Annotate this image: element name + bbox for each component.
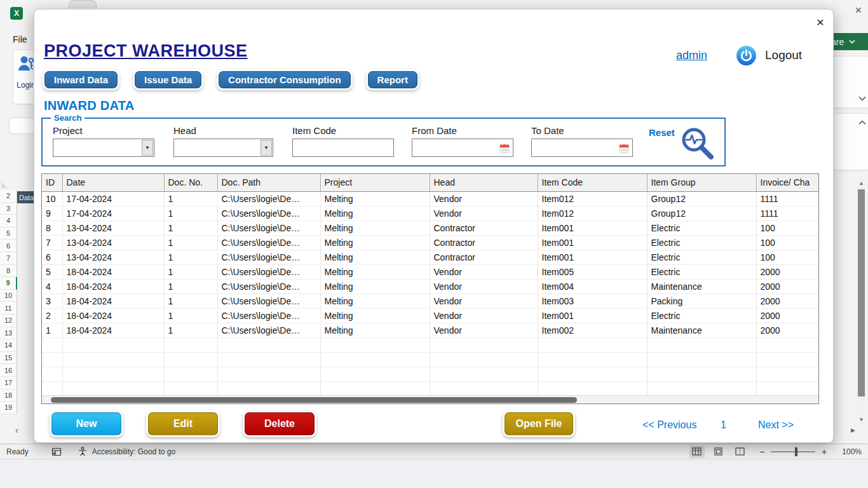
edit-button[interactable]: Edit [148, 412, 218, 435]
table-column-header[interactable]: Doc. No. [164, 174, 217, 191]
excel-row-header[interactable]: 15 [0, 352, 17, 365]
excel-row-header[interactable]: 4 [0, 215, 17, 227]
table-row[interactable]: 613-04-20241C:\Users\logie\De…MeltingCon… [42, 250, 818, 264]
excel-row-header[interactable]: 10 [0, 290, 17, 302]
table-column-header[interactable]: Invoice/ Cha [756, 174, 818, 191]
item-code-input[interactable] [293, 139, 393, 156]
view-page-break-button[interactable] [733, 445, 748, 458]
table-row[interactable]: 713-04-20241C:\Users\logie\De…MeltingCon… [42, 235, 818, 250]
table-column-header[interactable]: ID [42, 174, 62, 191]
scroll-right-icon[interactable]: ▶ [851, 427, 855, 433]
table-row[interactable]: 917-04-20241C:\Users\logie\De…MeltingVen… [42, 206, 818, 220]
excel-close-icon[interactable]: × [855, 4, 862, 17]
to-date-field[interactable] [531, 139, 633, 157]
excel-row-header[interactable]: 11 [0, 302, 17, 315]
table-cell: 1 [164, 308, 217, 323]
table-row[interactable]: 418-04-20241C:\Users\logie\De…MeltingVen… [42, 279, 818, 294]
excel-row-header[interactable]: 13 [0, 327, 17, 340]
table-cell: 3 [42, 294, 62, 308]
table-horizontal-scrollbar[interactable] [42, 395, 818, 403]
tab-contractor-consumption[interactable]: Contractor Consumption [219, 71, 351, 88]
table-row[interactable]: 318-04-20241C:\Users\logie\De…MeltingVen… [42, 294, 818, 308]
file-menu[interactable]: File [13, 34, 27, 44]
table-column-header[interactable]: Date [62, 174, 164, 191]
previous-page-link[interactable]: << Previous [642, 419, 696, 431]
search-magnifier-button[interactable] [678, 124, 716, 165]
dialog-close-icon[interactable]: × [817, 15, 824, 30]
excel-row-header[interactable]: 16 [0, 364, 17, 377]
head-input[interactable] [174, 139, 261, 156]
table-column-header[interactable]: Head [430, 174, 538, 191]
project-input[interactable] [53, 139, 142, 156]
section-title: INWARD DATA [44, 98, 135, 113]
chevron-down-icon[interactable]: ▼ [261, 140, 272, 156]
table-column-header[interactable]: Item Group [647, 174, 756, 191]
excel-row-header[interactable]: 14 [0, 339, 17, 352]
to-date-input[interactable] [532, 139, 619, 156]
chevron-up-icon[interactable] [858, 120, 866, 125]
dialog-title: PROJECT WAREHOUSE [44, 41, 248, 61]
reset-link[interactable]: Reset [649, 127, 675, 138]
table-column-header[interactable]: Project [320, 174, 430, 191]
table-row[interactable]: 813-04-20241C:\Users\logie\De…MeltingCon… [42, 220, 818, 235]
excel-row-header[interactable]: 17 [0, 377, 17, 390]
logout-power-icon[interactable] [736, 45, 757, 69]
tab-issue-data[interactable]: Issue Data [135, 71, 201, 88]
table-cell: Maintenance [647, 279, 756, 294]
select-all-corner[interactable] [1, 182, 8, 188]
chevron-down-icon[interactable]: ▼ [142, 140, 153, 156]
excel-row-header[interactable]: 19 [0, 402, 17, 414]
delete-button[interactable]: Delete [245, 412, 315, 435]
table-cell: 2000 [756, 279, 818, 294]
calendar-icon[interactable] [619, 143, 629, 153]
zoom-slider[interactable] [771, 451, 815, 452]
next-page-link[interactable]: Next >> [758, 419, 794, 431]
table-column-header[interactable]: Item Code [538, 174, 647, 191]
sheet-scroll-left-icon[interactable]: ‹ [15, 424, 18, 435]
excel-row-headers[interactable]: 2345678910111213141516171819 [0, 190, 17, 414]
head-combobox[interactable]: ▼ [173, 139, 273, 157]
excel-row-header[interactable]: 7 [0, 252, 17, 265]
scrollbar-thumb[interactable] [858, 189, 865, 396]
excel-vertical-scrollbar[interactable]: ▲ ▼ [857, 179, 866, 424]
excel-row-header[interactable]: 9 [0, 277, 17, 290]
table-row[interactable]: 218-04-20241C:\Users\logie\De…MeltingVen… [42, 308, 818, 323]
excel-row-header[interactable]: 8 [0, 265, 17, 278]
calendar-icon[interactable] [499, 143, 510, 153]
item-code-field[interactable] [292, 139, 394, 157]
new-button[interactable]: New [51, 412, 121, 435]
scroll-down-icon[interactable]: ▼ [857, 416, 866, 424]
view-normal-button[interactable] [689, 445, 705, 458]
table-row[interactable]: 118-04-20241C:\Users\logie\De…MeltingVen… [42, 323, 818, 337]
chevron-down-icon[interactable] [858, 96, 866, 101]
excel-row-header[interactable]: 2 [0, 190, 17, 203]
table-row[interactable]: 1017-04-20241C:\Users\logie\De…MeltingVe… [42, 191, 818, 206]
tab-report[interactable]: Report [368, 71, 417, 88]
open-file-button[interactable]: Open File [505, 412, 573, 435]
zoom-in-button[interactable]: + [822, 447, 827, 457]
excel-row-header[interactable]: 12 [0, 315, 17, 327]
excel-row-header[interactable]: 5 [0, 227, 17, 240]
table-cell: Vendor [430, 279, 538, 294]
head-label: Head [173, 125, 196, 136]
view-page-layout-button[interactable] [711, 445, 726, 458]
admin-user-link[interactable]: admin [676, 49, 707, 62]
excel-row-header[interactable]: 6 [0, 240, 17, 252]
scrollbar-thumb[interactable] [51, 397, 577, 403]
scroll-up-icon[interactable]: ▲ [857, 179, 866, 188]
table-cell: 17-04-2024 [62, 191, 164, 206]
zoom-level-label[interactable]: 100% [842, 447, 862, 456]
zoom-out-button[interactable]: − [759, 447, 764, 457]
table-column-header[interactable]: Doc. Path [217, 174, 320, 191]
tab-inward-data[interactable]: Inward Data [44, 71, 118, 88]
excel-row-header[interactable]: 3 [0, 203, 17, 215]
table-row[interactable]: 518-04-20241C:\Users\logie\De…MeltingVen… [42, 264, 818, 279]
excel-selected-cell[interactable]: Data [17, 191, 34, 203]
macro-record-icon[interactable] [51, 447, 62, 457]
logout-label[interactable]: Logout [765, 48, 802, 62]
from-date-field[interactable] [412, 139, 513, 157]
excel-row-header[interactable]: 18 [0, 390, 17, 402]
project-combobox[interactable]: ▼ [53, 139, 154, 157]
from-date-input[interactable] [412, 139, 499, 156]
zoom-slider-thumb[interactable] [795, 447, 797, 456]
